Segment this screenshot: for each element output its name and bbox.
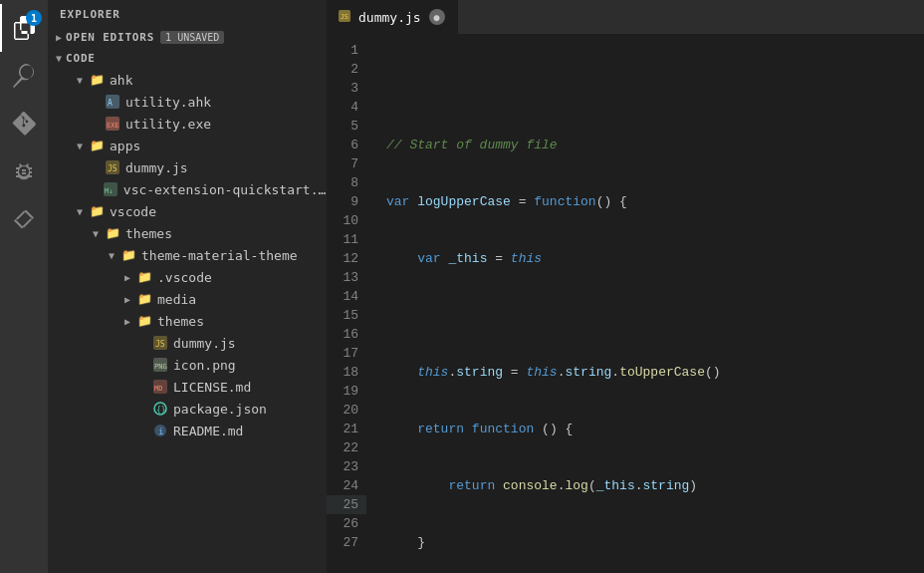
file-apps-dummy-label: dummy.js	[125, 160, 188, 175]
file-readme-md[interactable]: ▶ i README.md	[48, 420, 327, 441]
folder-theme-material-label: theme-material-theme	[141, 248, 298, 263]
svg-text:A: A	[108, 99, 113, 108]
file-md-icon: M↓	[102, 180, 119, 198]
files-activity-icon[interactable]: 1	[0, 4, 48, 52]
folder-vscode-icon: 📁	[88, 202, 106, 220]
code-line-5	[386, 306, 924, 325]
svg-text:JS: JS	[155, 340, 165, 349]
file-js-icon: JS	[104, 158, 121, 176]
svg-text:{}: {}	[156, 406, 166, 415]
code-content[interactable]: // Start of dummy file var logUpperCase …	[376, 35, 924, 573]
files-badge: 1	[26, 10, 42, 26]
debug-activity-icon[interactable]	[0, 147, 48, 195]
file-license-label: LICENSE.md	[173, 380, 251, 395]
tab-bar: JS dummy.js ●	[327, 0, 924, 35]
code-line-8: return console.log(_this.string)	[386, 476, 924, 495]
folder-apps-icon: 📁	[88, 137, 106, 154]
file-readme-label: README.md	[173, 424, 243, 438]
file-license-icon: MD	[151, 378, 169, 396]
unsaved-badge: 1 UNSAVED	[160, 31, 224, 44]
file-tree: ▼ 📁 ahk ▶ A utility.ahk ▶ EXE utility.ex…	[48, 69, 327, 573]
open-editors-section[interactable]: ▶ OPEN EDITORS 1 UNSAVED	[48, 27, 327, 48]
folder-dot-vscode-label: .vscode	[157, 270, 212, 285]
folder-dot-vscode[interactable]: ▶ 📁 .vscode	[48, 266, 327, 288]
file-utility-ahk-label: utility.ahk	[125, 95, 211, 110]
folder-apps-label: apps	[110, 139, 140, 153]
file-json-icon: {}	[151, 400, 169, 418]
folder-ahk[interactable]: ▼ 📁 ahk	[48, 69, 327, 91]
file-vsc-quickstart[interactable]: ▶ M↓ vsc-extension-quickstart....	[48, 178, 327, 200]
editor-area: JS dummy.js ● 1 2 3 4 5 6 7 8 9 10 11 12…	[327, 0, 924, 573]
file-readme-icon: i	[151, 422, 169, 439]
folder-themes-nested[interactable]: ▶ 📁 themes	[48, 310, 327, 332]
extensions-activity-icon[interactable]	[0, 195, 48, 243]
tab-dummy-js[interactable]: JS dummy.js ●	[327, 0, 458, 34]
file-material-dummy-js[interactable]: ▶ JS dummy.js	[48, 332, 327, 354]
folder-vscode[interactable]: ▼ 📁 vscode	[48, 200, 327, 222]
folder-themes-arrow: ▼	[88, 228, 104, 239]
folder-media[interactable]: ▶ 📁 media	[48, 288, 327, 310]
svg-text:MD: MD	[154, 385, 162, 393]
file-png-icon: PNG	[151, 356, 169, 374]
file-utility-exe[interactable]: ▶ EXE utility.exe	[48, 113, 327, 135]
svg-text:EXE: EXE	[107, 122, 119, 130]
media-arrow: ▶	[119, 294, 135, 305]
code-line-4: var _this = this	[386, 249, 924, 268]
folder-themes-nested-label: themes	[157, 314, 204, 329]
svg-text:JS: JS	[108, 164, 117, 173]
folder-ahk-icon: 📁	[88, 71, 106, 89]
search-activity-icon[interactable]	[0, 52, 48, 100]
file-utility-exe-label: utility.exe	[125, 117, 211, 132]
code-line-7: return function () {	[386, 420, 924, 438]
code-line-9: }	[386, 533, 924, 552]
folder-material-arrow: ▼	[104, 250, 119, 261]
open-editors-label: OPEN EDITORS	[66, 31, 154, 44]
code-line-2: // Start of dummy file	[386, 136, 924, 154]
folder-ahk-label: ahk	[110, 73, 132, 88]
svg-text:M↓: M↓	[105, 187, 113, 195]
code-line-1	[386, 79, 924, 98]
folder-themes-label: themes	[125, 226, 172, 241]
sidebar: EXPLORER ▶ OPEN EDITORS 1 UNSAVED ▼ CODE…	[48, 0, 327, 573]
file-license-md[interactable]: ▶ MD LICENSE.md	[48, 376, 327, 398]
line-numbers: 1 2 3 4 5 6 7 8 9 10 11 12 13 14 15 16 1…	[327, 35, 376, 573]
file-package-json[interactable]: ▶ {} package.json	[48, 398, 327, 420]
file-material-js-icon: JS	[151, 334, 169, 352]
themes-nested-arrow: ▶	[119, 316, 135, 327]
folder-apps[interactable]: ▼ 📁 apps	[48, 135, 327, 156]
dot-vscode-arrow: ▶	[119, 272, 135, 283]
tab-dirty-indicator[interactable]: ●	[429, 9, 445, 25]
code-line-6: this.string = this.string.toUpperCase()	[386, 363, 924, 382]
folder-dot-vscode-icon: 📁	[135, 268, 153, 286]
file-utility-ahk[interactable]: ▶ A utility.ahk	[48, 91, 327, 113]
svg-text:PNG: PNG	[154, 363, 167, 371]
folder-apps-arrow: ▼	[72, 141, 88, 151]
svg-text:i: i	[158, 427, 163, 436]
code-section-header[interactable]: ▼ CODE	[48, 48, 327, 69]
folder-themes[interactable]: ▼ 📁 themes	[48, 222, 327, 244]
open-editors-arrow: ▶	[56, 32, 62, 43]
folder-theme-material[interactable]: ▼ 📁 theme-material-theme	[48, 244, 327, 266]
file-vsc-quickstart-label: vsc-extension-quickstart....	[123, 182, 327, 197]
folder-media-label: media	[157, 292, 196, 307]
code-section-label: CODE	[66, 52, 96, 65]
file-icon-png[interactable]: ▶ PNG icon.png	[48, 354, 327, 376]
file-ahk-icon: A	[104, 93, 121, 111]
git-activity-icon[interactable]	[0, 100, 48, 147]
file-apps-dummy-js[interactable]: ▶ JS dummy.js	[48, 156, 327, 178]
code-section-arrow: ▼	[56, 53, 62, 64]
folder-vscode-label: vscode	[110, 204, 156, 219]
file-material-dummy-label: dummy.js	[173, 336, 236, 351]
folder-material-icon: 📁	[119, 246, 137, 264]
code-editor: 1 2 3 4 5 6 7 8 9 10 11 12 13 14 15 16 1…	[327, 35, 924, 573]
file-package-json-label: package.json	[173, 402, 267, 417]
folder-themes-icon: 📁	[104, 224, 121, 242]
activity-bar: 1	[0, 0, 48, 573]
svg-text:JS: JS	[341, 13, 348, 21]
tab-js-icon: JS	[339, 10, 350, 25]
folder-media-icon: 📁	[135, 290, 153, 308]
code-line-3: var logUpperCase = function() {	[386, 192, 924, 211]
folder-ahk-arrow: ▼	[72, 75, 88, 86]
tab-dummy-js-label: dummy.js	[358, 10, 421, 25]
sidebar-title: EXPLORER	[48, 0, 327, 27]
